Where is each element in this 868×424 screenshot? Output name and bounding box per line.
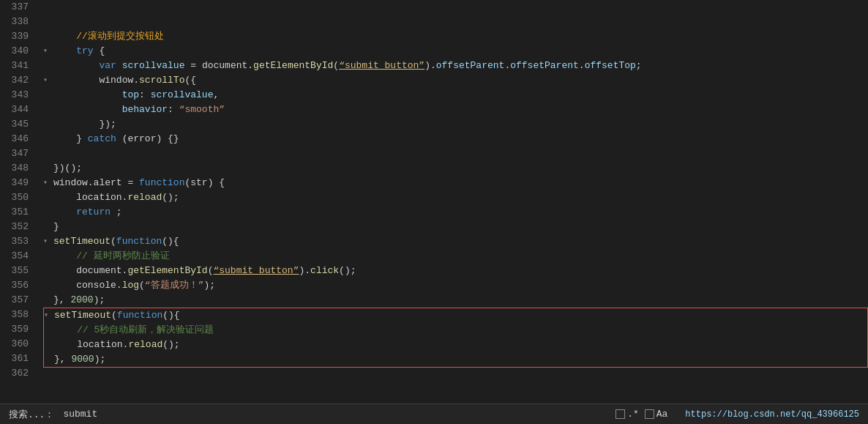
fold-arrow-346 [43,132,53,146]
code-line-356: console.log(“答题成功！”); [43,278,868,293]
code-area[interactable]: //滚动到提交按钮处▾ try { var scrollvalue = docu… [40,0,868,403]
code-line-352: } [43,220,868,234]
code-line-358: ▾setTimeout(function(){ [44,308,867,323]
case-label: Aa [656,409,668,420]
code-line-347 [43,146,868,161]
fold-arrow-343 [43,88,53,103]
fold-arrow-337 [43,0,53,15]
url-link: https://blog.csdn.net/qq_43966125 [685,409,859,420]
fold-arrow-347 [43,146,53,161]
line-number-351: 351 [0,205,34,220]
fold-arrow-362 [43,368,53,382]
fold-arrow-354 [43,249,53,264]
line-number-361: 361 [0,352,34,366]
line-numbers: 3373383393403413423433443453463473483493… [0,0,40,403]
line-number-348: 348 [0,161,34,176]
fold-arrow-359 [44,323,54,338]
fold-arrow-340[interactable]: ▾ [43,44,53,59]
code-line-337 [43,0,868,15]
code-line-345: }); [43,117,868,132]
fold-arrow-353[interactable]: ▾ [43,234,53,249]
line-number-355: 355 [0,264,34,278]
code-line-344: behavior: “smooth” [43,103,868,117]
line-number-359: 359 [0,322,34,337]
fold-arrow-348 [43,161,53,176]
fold-arrow-342[interactable]: ▾ [43,73,53,88]
line-number-350: 350 [0,190,34,205]
fold-arrow-349[interactable]: ▾ [43,176,53,190]
line-number-342: 342 [0,73,34,88]
fold-arrow-345 [43,117,53,132]
fold-arrow-344 [43,103,53,117]
checkbox-case-box[interactable] [645,409,654,419]
line-number-354: 354 [0,249,34,264]
fold-arrow-351 [43,205,53,220]
line-number-358: 358 [0,308,34,322]
line-number-338: 338 [0,15,34,29]
code-line-346: } catch (error) {} [43,132,868,146]
highlighted-block: ▾setTimeout(function(){ // 5秒自动刷新，解决验证问题… [43,308,868,368]
fold-arrow-360 [44,338,54,352]
code-line-339: //滚动到提交按钮处 [43,29,868,44]
line-number-362: 362 [0,366,34,381]
code-line-357: }, 2000); [43,293,868,308]
fold-arrow-341 [43,59,53,73]
line-number-352: 352 [0,220,34,234]
line-number-347: 347 [0,146,34,161]
code-line-350: location.reload(); [43,190,868,205]
fold-arrow-361 [44,352,54,367]
code-line-348: })(); [43,161,868,176]
code-line-342: ▾ window.scrollTo({ [43,73,868,88]
code-line-355: document.getElementById(“submit_button”)… [43,264,868,278]
line-number-345: 345 [0,117,34,132]
fold-arrow-339 [43,29,53,44]
line-number-341: 341 [0,59,34,73]
line-number-337: 337 [0,0,34,15]
fold-arrow-338 [43,15,53,29]
code-line-362 [43,368,868,382]
code-line-353: ▾setTimeout(function(){ [43,234,868,249]
editor-area: 3373383393403413423433443453463473483493… [0,0,868,403]
code-line-349: ▾window.alert = function(str) { [43,176,868,190]
checkbox-case[interactable]: Aa [645,409,668,420]
fold-arrow-352 [43,220,53,234]
code-line-343: top: scrollvalue, [43,88,868,103]
line-number-360: 360 [0,337,34,352]
line-number-340: 340 [0,44,34,59]
regex-label: .* [627,409,639,420]
fold-arrow-358[interactable]: ▾ [44,308,54,323]
search-options: .* Aa https://blog.csdn.net/qq_43966125 [616,409,859,420]
line-number-356: 356 [0,278,34,293]
checkbox-regex[interactable]: .* [616,409,639,420]
code-line-359: // 5秒自动刷新，解决验证问题 [44,323,867,338]
fold-arrow-355 [43,264,53,278]
code-line-354: // 延时两秒防止验证 [43,249,868,264]
line-number-357: 357 [0,293,34,308]
code-line-361: }, 9000); [44,352,867,367]
line-number-343: 343 [0,88,34,103]
code-line-360: location.reload(); [44,338,867,352]
search-input[interactable]: submit [63,409,97,420]
checkbox-regex-box[interactable] [616,409,625,419]
fold-arrow-356 [43,278,53,293]
code-line-351: return ; [43,205,868,220]
code-line-338 [43,15,868,29]
fold-arrow-350 [43,190,53,205]
line-number-344: 344 [0,103,34,117]
code-line-340: ▾ try { [43,44,868,59]
line-number-353: 353 [0,234,34,249]
line-number-349: 349 [0,176,34,190]
bottom-bar: 搜索...： submit .* Aa https://blog.csdn.ne… [0,403,868,424]
line-number-346: 346 [0,132,34,146]
line-number-339: 339 [0,29,34,44]
fold-arrow-357 [43,293,53,308]
search-label: 搜索...： [9,408,54,421]
code-line-341: var scrollvalue = document.getElementByI… [43,59,868,73]
